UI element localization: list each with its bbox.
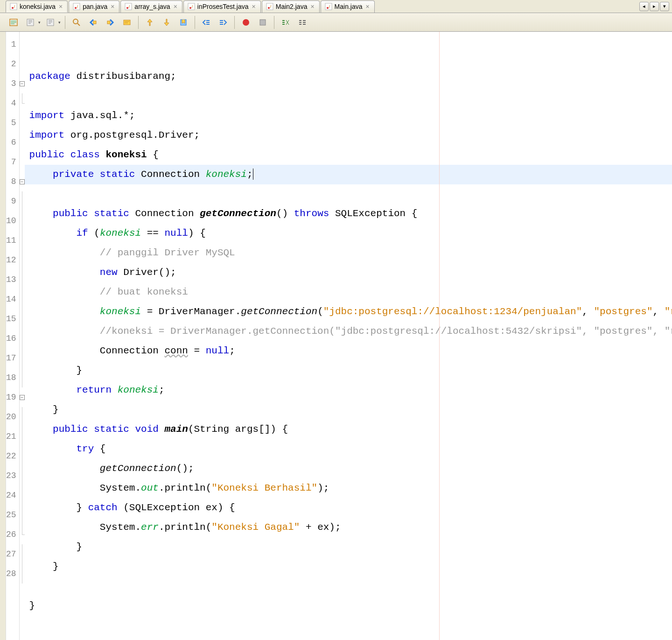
close-icon[interactable]: × [309, 3, 315, 10]
code-line[interactable]: public class koneksi { [25, 145, 672, 165]
line-number[interactable]: 20 [6, 407, 19, 427]
code-line[interactable] [25, 184, 672, 204]
line-number[interactable]: 14 [6, 289, 19, 309]
file-tab[interactable]: Main.java× [321, 0, 375, 13]
shift-right-icon[interactable] [216, 15, 230, 29]
line-number[interactable]: 18 [6, 368, 19, 387]
code-line[interactable]: public static Connection getConnection()… [25, 204, 672, 224]
close-icon[interactable]: × [365, 3, 371, 10]
uncomment-icon[interactable] [295, 15, 309, 29]
history-back-icon[interactable] [23, 15, 37, 29]
find-next-icon[interactable] [103, 15, 117, 29]
fold-cell[interactable]: − [20, 387, 25, 407]
close-icon[interactable]: × [110, 3, 115, 10]
file-tab[interactable]: Main2.java× [262, 0, 320, 13]
line-number[interactable]: 3 [6, 74, 19, 93]
shift-left-icon[interactable] [199, 15, 213, 29]
fold-toggle-icon[interactable]: − [20, 81, 25, 86]
find-selection-icon[interactable] [70, 15, 84, 29]
code-line[interactable]: new Driver(); [25, 263, 672, 282]
code-line[interactable]: koneksi = DriverManager.getConnection("j… [25, 302, 672, 322]
line-number[interactable]: 25 [6, 505, 19, 525]
macro-stop-icon[interactable] [256, 15, 270, 29]
code-line[interactable]: getConnection(); [25, 459, 672, 478]
line-number[interactable]: 19 [6, 387, 19, 407]
code-line[interactable]: } [25, 557, 672, 577]
line-number[interactable]: 24 [6, 485, 19, 505]
line-number[interactable]: 27 [6, 544, 19, 564]
code-content[interactable]: package distribusibarang;import java.sql… [25, 32, 672, 640]
line-number[interactable]: 13 [6, 270, 19, 289]
code-line[interactable]: Connection conn = null; [25, 341, 672, 361]
line-number[interactable]: 26 [6, 525, 19, 544]
prev-bookmark-icon[interactable] [143, 15, 157, 29]
file-tab[interactable]: koneksi.java× [6, 0, 68, 13]
fold-cell[interactable]: − [20, 172, 25, 191]
line-number[interactable]: 28 [6, 564, 19, 584]
code-line[interactable]: // buat koneksi [25, 282, 672, 302]
code-line[interactable] [25, 86, 672, 106]
code-line[interactable] [25, 577, 672, 596]
line-number-gutter[interactable]: 1234567891011121314151617181920212223242… [6, 32, 20, 640]
line-number[interactable]: 2 [6, 54, 19, 74]
code-line[interactable]: public static void main(String args[]) { [25, 420, 672, 439]
code-line[interactable]: package distribusibarang; [25, 67, 672, 86]
tab-scroll-right[interactable]: ▸ [650, 2, 659, 11]
line-number[interactable]: 23 [6, 466, 19, 485]
fold-toggle-icon[interactable]: − [20, 395, 25, 400]
line-number[interactable]: 10 [6, 211, 19, 231]
line-number[interactable]: 22 [6, 446, 19, 466]
code-line[interactable]: } catch (SQLException ex) { [25, 498, 672, 518]
code-line[interactable]: private static Connection koneksi; [25, 165, 672, 184]
tab-list-dropdown[interactable]: ▾ [660, 2, 669, 11]
history-fwd-icon[interactable] [43, 15, 57, 29]
code-line[interactable]: } [25, 400, 672, 420]
file-tab[interactable]: pan.java× [69, 0, 119, 13]
tab-scroll-left[interactable]: ◂ [639, 2, 649, 11]
line-number[interactable]: 15 [6, 309, 19, 329]
next-bookmark-icon[interactable] [160, 15, 174, 29]
line-number[interactable]: 8 [6, 172, 19, 191]
line-number[interactable]: 5 [6, 113, 19, 133]
fold-cell[interactable] [20, 525, 25, 544]
code-line[interactable]: import java.sql.*; [25, 106, 672, 126]
code-line[interactable]: } [25, 361, 672, 380]
toggle-highlight-icon[interactable] [120, 15, 134, 29]
code-line[interactable]: System.out.println("Koneksi Berhasil"); [25, 478, 672, 498]
line-number[interactable]: 17 [6, 348, 19, 368]
line-number[interactable]: 6 [6, 133, 19, 152]
macro-record-icon[interactable] [239, 15, 253, 29]
line-number[interactable]: 4 [6, 93, 19, 113]
close-icon[interactable]: × [58, 3, 63, 10]
fold-cell[interactable] [20, 93, 25, 113]
line-number[interactable]: 1 [6, 35, 19, 54]
code-line[interactable]: if (koneksi == null) { [25, 224, 672, 243]
code-line[interactable]: } [25, 537, 672, 557]
line-number[interactable]: 9 [6, 191, 19, 211]
code-line[interactable]: // panggil Driver MySQL [25, 243, 672, 263]
file-tab[interactable]: inProsesTest.java× [183, 0, 261, 13]
code-line[interactable]: return koneksi; [25, 380, 672, 400]
fold-cell[interactable]: − [20, 74, 25, 93]
source-button-icon[interactable] [7, 15, 21, 29]
line-number[interactable]: 11 [6, 231, 19, 250]
close-icon[interactable]: × [173, 3, 178, 10]
fold-cell [20, 191, 25, 211]
code-line[interactable]: try { [25, 439, 672, 459]
fold-column[interactable]: −−− [20, 32, 25, 640]
fold-toggle-icon[interactable]: − [20, 179, 25, 184]
comment-icon[interactable] [279, 15, 293, 29]
line-number[interactable]: 12 [6, 250, 19, 270]
toggle-bookmark-icon[interactable] [176, 15, 190, 29]
code-editor[interactable]: 1234567891011121314151617181920212223242… [6, 32, 672, 640]
close-icon[interactable]: × [251, 3, 257, 10]
find-prev-icon[interactable] [86, 15, 100, 29]
file-tab[interactable]: array_s.java× [120, 0, 182, 13]
line-number[interactable]: 7 [6, 152, 19, 172]
line-number[interactable]: 21 [6, 427, 19, 446]
code-line[interactable]: //koneksi = DriverManager.getConnection(… [25, 322, 672, 341]
code-line[interactable]: } [25, 596, 672, 616]
code-line[interactable]: System.err.println("Koneksi Gagal" + ex)… [25, 518, 672, 537]
code-line[interactable]: import org.postgresql.Driver; [25, 126, 672, 145]
line-number[interactable]: 16 [6, 329, 19, 348]
